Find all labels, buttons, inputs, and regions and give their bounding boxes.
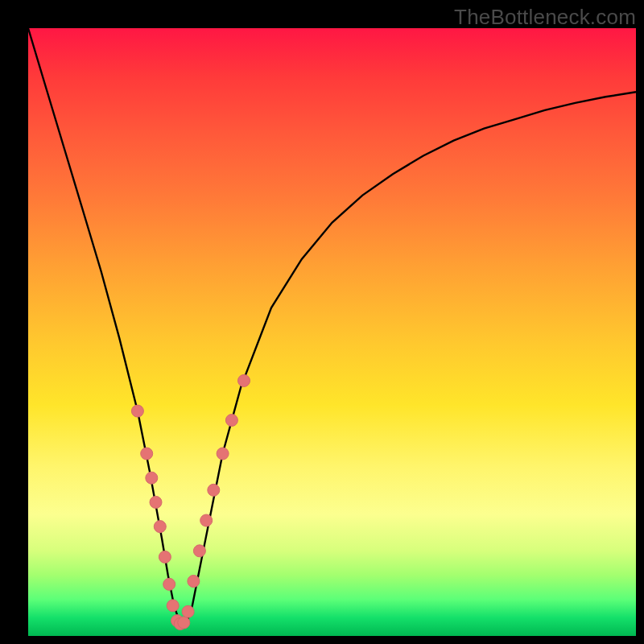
curve-marker: [159, 551, 171, 563]
watermark-text: TheBottleneck.com: [454, 5, 636, 30]
curve-marker: [141, 448, 153, 460]
chart-frame: TheBottleneck.com: [0, 0, 644, 644]
curve-marker: [131, 405, 143, 417]
curve-marker: [193, 545, 205, 557]
curve-marker: [217, 448, 229, 460]
curve-marker: [208, 484, 220, 496]
curve-marker: [146, 472, 158, 484]
curve-marker: [150, 496, 162, 508]
chart-svg: [28, 28, 636, 636]
curve-marker: [154, 521, 166, 533]
curve-marker: [200, 514, 213, 526]
plot-area: [28, 28, 636, 636]
curve-markers: [131, 374, 250, 630]
curve-marker: [182, 605, 194, 617]
curve-marker: [178, 617, 190, 629]
curve-marker: [188, 576, 200, 588]
curve-marker: [238, 374, 250, 386]
curve-marker: [225, 415, 237, 427]
curve-marker: [163, 578, 175, 590]
curve-marker: [167, 600, 179, 612]
bottleneck-curve: [28, 28, 636, 624]
